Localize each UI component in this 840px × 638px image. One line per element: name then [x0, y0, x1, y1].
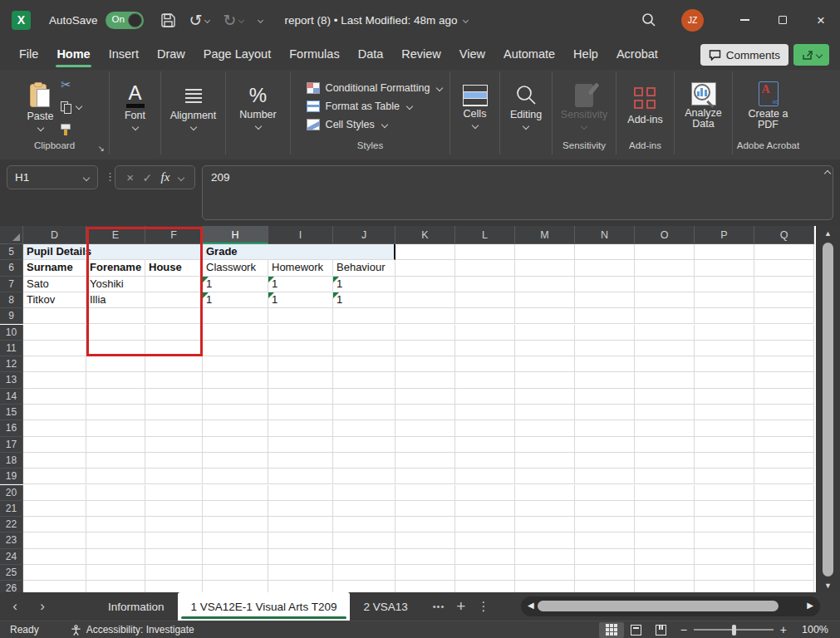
cell-N25[interactable]: [575, 565, 635, 581]
cell-K16[interactable]: [395, 420, 455, 436]
cell-Q7[interactable]: [754, 277, 814, 292]
cell-M17[interactable]: [515, 437, 575, 453]
format-painter-icon[interactable]: [60, 124, 71, 135]
zoom-slider[interactable]: [694, 629, 774, 631]
cell-D15[interactable]: [23, 405, 86, 420]
cell-D21[interactable]: [23, 501, 86, 517]
cell-D10[interactable]: [23, 325, 86, 341]
column-header-J[interactable]: J: [333, 226, 395, 244]
cell-P26[interactable]: [695, 581, 754, 592]
cell-N6[interactable]: [575, 260, 635, 276]
cell-N7[interactable]: [575, 277, 635, 292]
cell-N10[interactable]: [575, 325, 635, 341]
cell-K14[interactable]: [395, 389, 455, 405]
cell-D5[interactable]: Pupil Details: [23, 244, 86, 260]
column-header-D[interactable]: D: [23, 226, 86, 244]
cell-P24[interactable]: [695, 549, 754, 565]
cell-E9[interactable]: [86, 308, 145, 324]
cell-I21[interactable]: [268, 501, 333, 517]
cell-Q22[interactable]: [754, 517, 814, 532]
cell-I8[interactable]: 1: [268, 292, 333, 308]
cell-E7[interactable]: Yoshiki: [86, 277, 145, 292]
cell-F23[interactable]: [145, 532, 203, 548]
cell-Q25[interactable]: [754, 565, 814, 581]
cell-I15[interactable]: [268, 405, 333, 420]
cell-O18[interactable]: [635, 453, 695, 469]
cell-L14[interactable]: [455, 389, 515, 405]
clipboard-dialog-launcher-icon[interactable]: ↘: [98, 144, 105, 153]
cell-M15[interactable]: [515, 405, 575, 420]
cell-I16[interactable]: [268, 420, 333, 436]
column-header-O[interactable]: O: [635, 226, 695, 244]
cell-H26[interactable]: [203, 581, 268, 592]
cell-J25[interactable]: [333, 565, 395, 581]
cancel-icon[interactable]: ×: [126, 170, 134, 184]
cell-K15[interactable]: [395, 405, 455, 420]
vertical-scrollbar[interactable]: ▲ ▼: [816, 226, 840, 592]
cell-J7[interactable]: 1: [333, 277, 395, 292]
cell-L5[interactable]: [455, 244, 515, 260]
cell-J16[interactable]: [333, 420, 395, 436]
cell-D12[interactable]: [23, 356, 86, 372]
comments-button[interactable]: Comments: [700, 44, 788, 66]
cell-D26[interactable]: [23, 581, 86, 592]
cell-N16[interactable]: [575, 420, 635, 436]
cell-P6[interactable]: [695, 260, 754, 276]
conditional-formatting-button[interactable]: Conditional Formatting: [307, 82, 443, 94]
cell-K23[interactable]: [395, 532, 455, 548]
row-header-15[interactable]: 15: [0, 405, 23, 420]
cell-D25[interactable]: [23, 565, 86, 581]
cell-E16[interactable]: [86, 420, 145, 436]
cell-M24[interactable]: [515, 549, 575, 565]
cell-F19[interactable]: [145, 469, 203, 484]
cell-N24[interactable]: [575, 549, 635, 565]
cell-J9[interactable]: [333, 308, 395, 324]
cell-F12[interactable]: [145, 356, 203, 372]
tab-file[interactable]: File: [10, 40, 47, 70]
cell-E17[interactable]: [86, 437, 145, 453]
cell-I9[interactable]: [268, 308, 333, 324]
cell-H16[interactable]: [203, 420, 268, 436]
cell-F8[interactable]: [145, 292, 203, 308]
cell-E15[interactable]: [86, 405, 145, 420]
cell-D23[interactable]: [23, 532, 86, 548]
cell-Q16[interactable]: [754, 420, 814, 436]
cell-D13[interactable]: [23, 372, 86, 388]
user-avatar[interactable]: JZ: [681, 9, 704, 32]
cell-E12[interactable]: [86, 356, 145, 372]
cell-L17[interactable]: [455, 437, 515, 453]
cell-H5[interactable]: Grade: [203, 244, 268, 260]
cell-I5[interactable]: [268, 244, 333, 260]
cell-K8[interactable]: [395, 292, 455, 308]
column-header-M[interactable]: M: [515, 226, 575, 244]
cell-J6[interactable]: Behaviour: [333, 260, 395, 276]
cells-button[interactable]: Cells: [463, 85, 488, 128]
row-header-9[interactable]: 9: [0, 308, 23, 324]
cell-P17[interactable]: [695, 437, 754, 453]
cell-M18[interactable]: [515, 453, 575, 469]
cell-F20[interactable]: [145, 485, 203, 501]
cell-E23[interactable]: [86, 532, 145, 548]
cell-H22[interactable]: [203, 517, 268, 532]
cell-H25[interactable]: [203, 565, 268, 581]
cell-H17[interactable]: [203, 437, 268, 453]
cell-H21[interactable]: [203, 501, 268, 517]
cell-N5[interactable]: [575, 244, 635, 260]
row-header-23[interactable]: 23: [0, 532, 23, 548]
cell-O26[interactable]: [635, 581, 695, 592]
cell-L13[interactable]: [455, 372, 515, 388]
cell-N9[interactable]: [575, 308, 635, 324]
cell-H20[interactable]: [203, 485, 268, 501]
cell-M13[interactable]: [515, 372, 575, 388]
quick-access-overflow-icon[interactable]: [258, 17, 263, 22]
cell-H12[interactable]: [203, 356, 268, 372]
cell-H7[interactable]: 1: [203, 277, 268, 292]
cell-Q23[interactable]: [754, 532, 814, 548]
cell-F26[interactable]: [145, 581, 203, 592]
create-pdf-button[interactable]: A∞ Create a PDF: [747, 81, 790, 130]
page-layout-view-button[interactable]: [624, 622, 649, 638]
editing-button[interactable]: Editing: [510, 84, 542, 129]
analyze-data-button[interactable]: Analyze Data: [680, 82, 727, 130]
cell-O8[interactable]: [635, 292, 695, 308]
cell-Q12[interactable]: [754, 356, 814, 372]
